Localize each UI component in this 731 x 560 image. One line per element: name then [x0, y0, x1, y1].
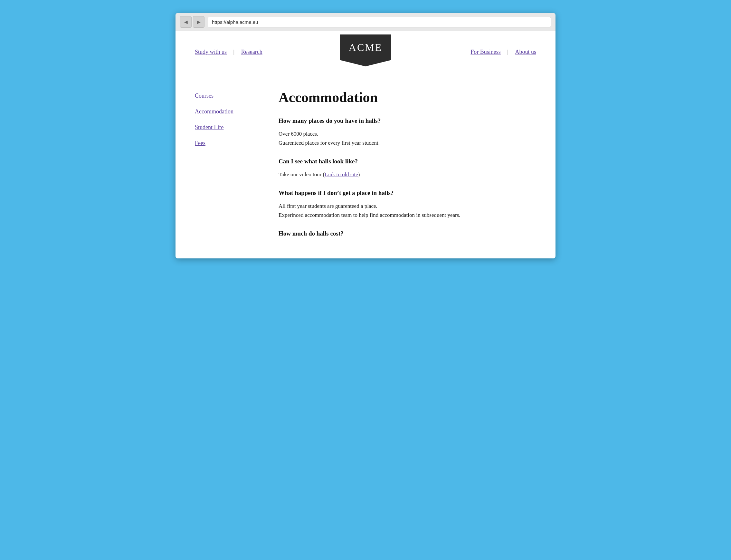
address-bar[interactable]: https://alpha.acme.eu	[208, 17, 551, 27]
faq-question-4: How much do halls cost?	[279, 230, 523, 237]
back-button[interactable]: ◀	[180, 16, 192, 28]
page-title: Accommodation	[279, 89, 523, 106]
nav-for-business[interactable]: For Business	[470, 49, 501, 55]
sidebar-item-accommodation[interactable]: Accommodation	[195, 108, 259, 115]
faq-answer-2: Take our video tour (Link to old site)	[279, 170, 523, 179]
nav-research[interactable]: Research	[241, 49, 263, 55]
browser-toolbar: ◀ ▶ https://alpha.acme.eu	[176, 13, 555, 31]
browser-window: ◀ ▶ https://alpha.acme.eu Study with us …	[176, 13, 555, 258]
faq-answer-3: All first year students are guarenteed a…	[279, 202, 523, 220]
faq-answer-2-link[interactable]: Link to old site	[325, 171, 358, 178]
nav-right: For Business | About us	[470, 49, 536, 55]
logo-text: ACME	[349, 42, 382, 53]
faq-answer-2-suffix: )	[358, 171, 360, 178]
nav-separator-left: |	[233, 49, 235, 55]
sidebar: Courses Accommodation Student Life Fees	[195, 89, 259, 242]
faq-answer-2-prefix: Take our video tour (	[279, 171, 325, 178]
main-layout: Courses Accommodation Student Life Fees …	[176, 73, 555, 258]
content-area: Accommodation How many places do you hav…	[279, 89, 523, 242]
forward-button[interactable]: ▶	[193, 16, 205, 28]
nav-about-us[interactable]: About us	[515, 49, 536, 55]
sidebar-item-courses[interactable]: Courses	[195, 92, 259, 99]
nav-left: Study with us | Research	[195, 49, 263, 55]
nav-separator-right: |	[507, 49, 509, 55]
faq-question-1: How many places do you have in halls?	[279, 117, 523, 124]
site-header: Study with us | Research ACME For Busine…	[176, 31, 555, 73]
sidebar-item-fees[interactable]: Fees	[195, 140, 259, 147]
faq-question-3: What happens if I don’t get a place in h…	[279, 189, 523, 197]
faq-question-2: Can I see what halls look like?	[279, 158, 523, 165]
logo-badge: ACME	[340, 34, 391, 66]
browser-content: Study with us | Research ACME For Busine…	[176, 31, 555, 258]
nav-study-with-us[interactable]: Study with us	[195, 49, 227, 55]
browser-nav-buttons: ◀ ▶	[180, 16, 205, 28]
faq-answer-1: Over 6000 places. Guarenteed places for …	[279, 130, 523, 148]
sidebar-item-student-life[interactable]: Student Life	[195, 124, 259, 131]
